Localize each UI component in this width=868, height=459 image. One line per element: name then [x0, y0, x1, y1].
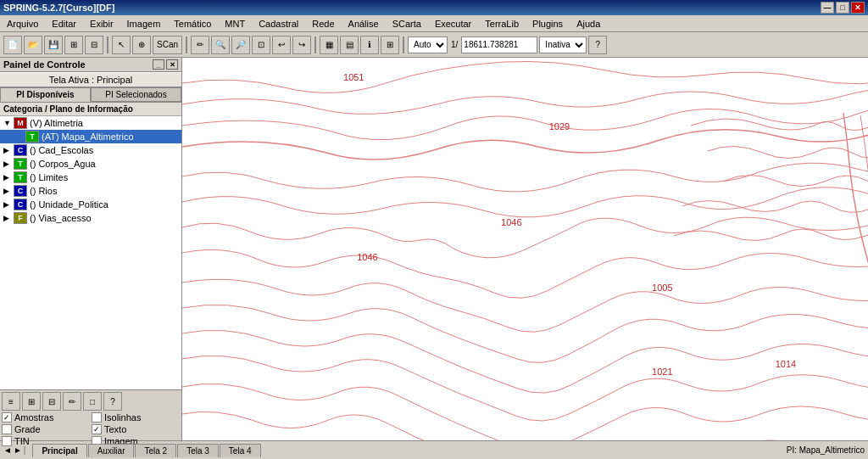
menu-scarta[interactable]: SCarta: [389, 18, 425, 30]
menu-cadastral[interactable]: Cadastral: [255, 18, 302, 30]
footer-btn-2[interactable]: ⊞: [22, 392, 41, 411]
tree-toggle-5[interactable]: ▶: [3, 187, 14, 195]
zoom-in-button[interactable]: 🔍: [211, 36, 230, 54]
zoom-area-button[interactable]: ⊡: [252, 36, 270, 54]
tree-toggle-3[interactable]: ▶: [3, 160, 14, 168]
title-bar: SPRING-5.2.7[Curso][DF] — □ ✕: [0, 0, 868, 15]
zoom-out-button[interactable]: 🔎: [231, 36, 250, 54]
scan-button[interactable]: SCan: [153, 36, 182, 54]
tree-item-0[interactable]: ▼M(V) Altimetria: [0, 116, 181, 130]
inativa-select[interactable]: Inativa: [539, 36, 587, 53]
map-area[interactable]: 1051102910461046100510211014: [182, 58, 868, 440]
tree-item-6[interactable]: ▶C() Unidade_Politica: [0, 198, 181, 211]
sep3: [314, 36, 316, 53]
map-tab-tela-3[interactable]: Tela 3: [177, 444, 219, 457]
panel-minimize-button[interactable]: _: [153, 59, 164, 70]
menu-bar: ArquivoEditarExibirImagemTemáticoMNTCada…: [0, 15, 868, 32]
menu-imagem[interactable]: Imagem: [124, 18, 164, 30]
undo-button[interactable]: ↩: [272, 36, 291, 54]
tree-icon-7: F: [14, 212, 27, 224]
map-label-6: 1014: [776, 359, 796, 369]
tree-icon-1: T: [25, 131, 39, 143]
tree-item-5[interactable]: ▶C() Rios: [0, 184, 181, 198]
tree-item-1[interactable]: T(AT) Mapa_Altimetrico: [0, 130, 181, 143]
tree-icon-5: C: [14, 185, 27, 197]
info-button[interactable]: ℹ: [360, 36, 379, 54]
tree-label-5: () Rios: [30, 186, 57, 196]
checkbox-amostras[interactable]: ✓Amostras: [2, 412, 90, 423]
tree-item-3[interactable]: ▶T() Corpos_Agua: [0, 157, 181, 171]
open-button[interactable]: 📂: [24, 36, 42, 54]
map-tab-tela-2[interactable]: Tela 2: [135, 444, 176, 457]
map-label-3: 1046: [501, 217, 521, 227]
sep4: [403, 36, 404, 53]
menu-rede[interactable]: Rede: [309, 18, 337, 30]
tree-item-2[interactable]: ▶C() Cad_Escolas: [0, 143, 181, 157]
tela-ativa: Tela Ativa : Principal: [0, 72, 181, 87]
measure-button[interactable]: ⊞: [381, 36, 399, 54]
checkbox-texto[interactable]: ✓Texto: [92, 424, 180, 434]
display-select[interactable]: Auto: [408, 36, 448, 53]
menu-plugins[interactable]: Plugins: [529, 18, 566, 30]
menu-mnt[interactable]: MNT: [221, 18, 248, 30]
tree-icon-4: T: [14, 171, 27, 183]
cursor-button[interactable]: ↖: [112, 36, 131, 54]
map-tab-auxiliar[interactable]: Auxiliar: [88, 444, 135, 457]
grid2-button[interactable]: ⊟: [85, 36, 103, 54]
save-button[interactable]: 💾: [44, 36, 63, 54]
coord-input[interactable]: [461, 36, 537, 53]
sep2: [186, 36, 187, 53]
nav-right[interactable]: ►: [14, 445, 22, 455]
cb-label-3: Texto: [104, 424, 126, 434]
nav-left[interactable]: ◄: [3, 445, 12, 455]
map-tab-tela-4[interactable]: Tela 4: [220, 444, 261, 457]
tree-view: ▼M(V) AltimetriaT(AT) Mapa_Altimetrico▶C…: [0, 116, 181, 389]
cb-box-3: ✓: [92, 424, 102, 434]
tree-toggle-6[interactable]: ▶: [3, 200, 14, 209]
tab-pi-disponiveis[interactable]: PI Disponíveis: [0, 87, 91, 102]
menu-ajuda[interactable]: Ajuda: [573, 18, 604, 30]
footer-btn-6[interactable]: ?: [103, 392, 122, 411]
menu-executar[interactable]: Executar: [431, 18, 475, 30]
sep1: [107, 36, 108, 53]
tree-item-7[interactable]: ▶F() Vias_acesso: [0, 211, 181, 225]
menu-exibir[interactable]: Exibir: [86, 18, 117, 30]
menu-arquivo[interactable]: Arquivo: [3, 18, 42, 30]
footer-btn-1[interactable]: ≡: [2, 392, 20, 411]
redo-button[interactable]: ↪: [292, 36, 311, 54]
panel-close-button[interactable]: ✕: [166, 59, 178, 70]
tree-label-1: (AT) Mapa_Altimetrico: [42, 132, 134, 142]
footer-btn-4[interactable]: ✏: [63, 392, 81, 411]
menu-temático[interactable]: Temático: [170, 18, 214, 30]
tree-toggle-7[interactable]: ▶: [3, 214, 14, 222]
tree-toggle-0[interactable]: ▼: [3, 119, 14, 127]
tree-toggle-2[interactable]: ▶: [3, 146, 14, 154]
category-header: Categoria / Plano de Informação: [0, 103, 181, 116]
menu-editar[interactable]: Editar: [48, 18, 80, 30]
checkbox-grade[interactable]: Grade: [2, 424, 90, 434]
draw-button[interactable]: ✏: [191, 36, 209, 54]
checkboxes: ✓AmostrasIsolinhasGrade✓TextoTINImagem: [2, 412, 180, 446]
close-button[interactable]: ✕: [851, 2, 865, 14]
layer-button[interactable]: ▦: [320, 36, 338, 54]
tab-pi-selecionados[interactable]: PI Selecionados: [91, 87, 181, 102]
toolbar: 📄 📂 💾 ⊞ ⊟ ↖ ⊕ SCan ✏ 🔍 🔎 ⊡ ↩ ↪ ▦ ▤ ℹ ⊞ A…: [0, 32, 868, 58]
checkbox-isolinhas[interactable]: Isolinhas: [92, 412, 180, 423]
tree-toggle-4[interactable]: ▶: [3, 173, 14, 182]
map-tab-principal[interactable]: Principal: [32, 444, 86, 457]
tree-label-6: () Unidade_Politica: [30, 199, 108, 210]
footer-btn-3[interactable]: ⊟: [42, 392, 61, 411]
help-toolbar-button[interactable]: ?: [588, 36, 607, 54]
grid-button[interactable]: ⊞: [64, 36, 83, 54]
tree-item-4[interactable]: ▶T() Limites: [0, 171, 181, 184]
layer2-button[interactable]: ▤: [340, 36, 359, 54]
minimize-button[interactable]: —: [821, 2, 834, 14]
tree-icon-6: C: [14, 199, 27, 210]
maximize-button[interactable]: □: [836, 2, 849, 14]
menu-terralib[interactable]: TerraLib: [481, 18, 522, 30]
footer-btn-5[interactable]: □: [83, 392, 102, 411]
panel-header: Painel de Controle _ ✕: [0, 58, 181, 72]
new-button[interactable]: 📄: [3, 36, 22, 54]
select-button[interactable]: ⊕: [132, 36, 151, 54]
menu-análise[interactable]: Análise: [345, 18, 382, 30]
